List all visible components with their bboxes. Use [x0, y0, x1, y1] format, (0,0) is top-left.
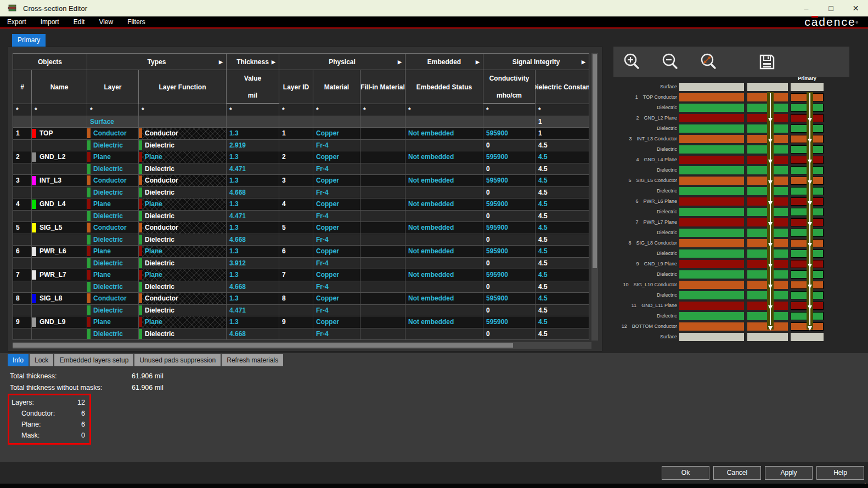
bottom-tab-lock[interactable]: Lock: [30, 354, 53, 366]
cell-embedded-status[interactable]: Not embedded: [405, 269, 483, 281]
cell-row-number[interactable]: [13, 187, 32, 199]
bottom-tab-info[interactable]: Info: [8, 354, 29, 366]
cell-dielectric-constant[interactable]: 1: [536, 128, 589, 140]
horizontal-scrollbar-thumb[interactable]: [13, 343, 513, 348]
cell-dielectric-constant[interactable]: 4.5: [536, 316, 589, 328]
cell-layer-name[interactable]: INT_L3: [32, 175, 87, 187]
cell-row-number[interactable]: [13, 281, 32, 293]
cell-thickness-value[interactable]: 4.668: [227, 328, 279, 341]
cell-conductivity[interactable]: 0: [483, 163, 536, 175]
filter-cell-fill-in-material[interactable]: *: [360, 104, 405, 116]
cell-fillin-material[interactable]: [360, 222, 405, 234]
cell-layer-function[interactable]: Dielectric: [139, 328, 227, 341]
cell-dielectric-constant[interactable]: 4.5: [536, 246, 589, 258]
cell-material[interactable]: Fr-4: [313, 258, 360, 270]
cell-fillin-material[interactable]: [360, 281, 405, 293]
vertical-scrollbar-thumb[interactable]: [593, 54, 597, 268]
menu-item-edit[interactable]: Edit: [66, 16, 92, 27]
cell-thickness-value[interactable]: 1.3: [227, 293, 279, 305]
cell-conductivity[interactable]: 595900: [483, 175, 536, 187]
surface-row-cell-layer-id[interactable]: [279, 116, 313, 128]
cell-layer-type[interactable]: Dielectric: [87, 140, 139, 152]
help-button[interactable]: Help: [816, 466, 864, 480]
cell-layer-function[interactable]: Plane: [139, 246, 227, 258]
cell-dielectric-constant[interactable]: 4.5: [536, 175, 589, 187]
cell-conductivity[interactable]: 595900: [483, 151, 536, 163]
column-header-conductivity[interactable]: Conductivitymho/cm: [483, 70, 536, 104]
cell-conductivity[interactable]: 595900: [483, 316, 536, 328]
cell-layer-name[interactable]: GND_L9: [32, 316, 87, 328]
column-header-dielectric-constant[interactable]: Dielectric Constant: [536, 70, 589, 104]
cell-fillin-material[interactable]: [360, 293, 405, 305]
cell-layer-name[interactable]: [32, 187, 87, 199]
cell-layer-id[interactable]: [279, 258, 313, 270]
cell-dielectric-constant[interactable]: 4.5: [536, 293, 589, 305]
cell-layer-name[interactable]: GND_L2: [32, 151, 87, 163]
cell-layer-id[interactable]: 7: [279, 269, 313, 281]
cell-embedded-status[interactable]: [405, 281, 483, 293]
surface-row-cell-layer-function[interactable]: [139, 116, 227, 128]
cell-dielectric-constant[interactable]: 4.5: [536, 328, 589, 341]
cell-fillin-material[interactable]: [360, 269, 405, 281]
cell-layer-id[interactable]: 1: [279, 128, 313, 140]
cell-layer-type[interactable]: Plane: [87, 269, 139, 281]
cell-layer-function[interactable]: Dielectric: [139, 281, 227, 293]
cell-fillin-material[interactable]: [360, 258, 405, 270]
cell-layer-function[interactable]: Plane: [139, 269, 227, 281]
cell-material[interactable]: Fr-4: [313, 140, 360, 152]
cell-dielectric-constant[interactable]: 4.5: [536, 258, 589, 270]
cell-layer-type[interactable]: Dielectric: [87, 187, 139, 199]
group-header-types[interactable]: Types▶: [87, 53, 227, 70]
cell-embedded-status[interactable]: [405, 211, 483, 223]
cell-thickness-value[interactable]: 1.3: [227, 151, 279, 163]
cell-layer-id[interactable]: [279, 305, 313, 317]
bottom-tab-unused-pads-suppression[interactable]: Unused pads suppression: [134, 354, 221, 366]
column-header-value[interactable]: Valuemil: [227, 70, 279, 104]
cell-layer-type[interactable]: Dielectric: [87, 281, 139, 293]
chevron-right-icon[interactable]: ▶: [476, 59, 480, 65]
cell-layer-name[interactable]: [32, 211, 87, 223]
cell-layer-function[interactable]: Dielectric: [139, 234, 227, 246]
cell-thickness-value[interactable]: 1.3: [227, 246, 279, 258]
cell-layer-function[interactable]: Dielectric: [139, 258, 227, 270]
cell-layer-function[interactable]: Dielectric: [139, 305, 227, 317]
cell-row-number[interactable]: [13, 328, 32, 341]
zoom-out-icon[interactable]: [660, 51, 681, 73]
cell-layer-id[interactable]: 6: [279, 246, 313, 258]
cell-embedded-status[interactable]: [405, 187, 483, 199]
filter-cell-dielectric-constant[interactable]: *: [536, 104, 589, 116]
cell-embedded-status[interactable]: Not embedded: [405, 246, 483, 258]
cell-layer-name[interactable]: SIG_L5: [32, 222, 87, 234]
cell-layer-type[interactable]: Dielectric: [87, 163, 139, 175]
chevron-right-icon[interactable]: ▶: [219, 59, 223, 65]
cell-thickness-value[interactable]: 4.471: [227, 163, 279, 175]
cell-embedded-status[interactable]: [405, 258, 483, 270]
cell-layer-name[interactable]: [32, 140, 87, 152]
cell-row-number[interactable]: [13, 258, 32, 270]
cell-layer-id[interactable]: [279, 163, 313, 175]
menu-item-export[interactable]: Export: [0, 16, 33, 27]
cell-layer-type[interactable]: Dielectric: [87, 305, 139, 317]
cell-conductivity[interactable]: 595900: [483, 222, 536, 234]
cancel-button[interactable]: Cancel: [713, 466, 761, 480]
cell-row-number[interactable]: 5: [13, 222, 32, 234]
cell-conductivity[interactable]: 0: [483, 211, 536, 223]
cell-embedded-status[interactable]: Not embedded: [405, 198, 483, 211]
cell-layer-id[interactable]: [279, 281, 313, 293]
cell-layer-name[interactable]: [32, 234, 87, 246]
cell-material[interactable]: Copper: [313, 269, 360, 281]
cell-conductivity[interactable]: 0: [483, 281, 536, 293]
cell-row-number[interactable]: [13, 163, 32, 175]
cell-fillin-material[interactable]: [360, 163, 405, 175]
cell-embedded-status[interactable]: [405, 140, 483, 152]
cell-fillin-material[interactable]: [360, 246, 405, 258]
ok-button[interactable]: Ok: [662, 466, 709, 480]
cell-layer-id[interactable]: 4: [279, 198, 313, 211]
menu-item-import[interactable]: Import: [33, 16, 66, 27]
cell-material[interactable]: Copper: [313, 222, 360, 234]
cell-thickness-value[interactable]: 1.3: [227, 128, 279, 140]
cell-fillin-material[interactable]: [360, 316, 405, 328]
cell-row-number[interactable]: [13, 211, 32, 223]
cell-layer-id[interactable]: 5: [279, 222, 313, 234]
cell-fillin-material[interactable]: [360, 187, 405, 199]
